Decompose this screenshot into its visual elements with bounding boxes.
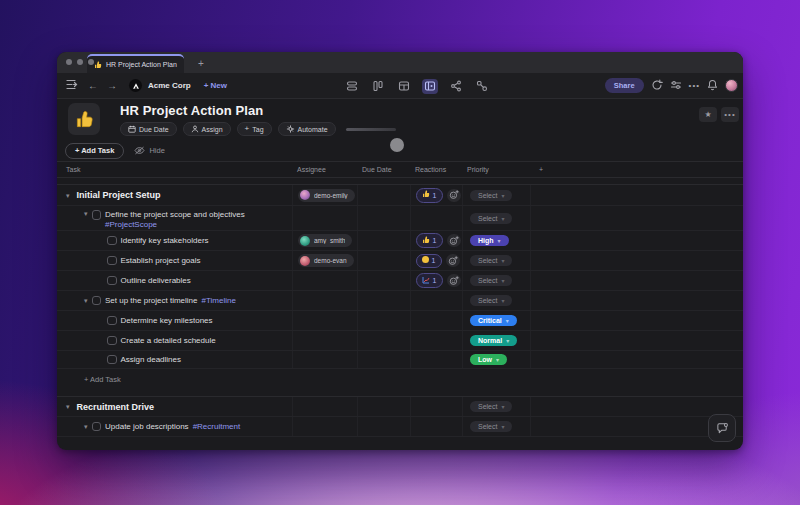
table-row[interactable]: Assign deadlinesLow▾ (57, 351, 743, 369)
task-checkbox[interactable] (107, 236, 117, 246)
workflow-icon[interactable] (474, 79, 490, 94)
task-checkbox[interactable] (107, 316, 117, 326)
page-emoji-thumbs-up-icon[interactable] (68, 103, 100, 135)
table-icon[interactable] (396, 79, 412, 94)
due-date-cell[interactable] (357, 231, 410, 250)
task-checkbox[interactable] (92, 210, 102, 220)
add-reaction-button[interactable] (447, 189, 461, 202)
share-button[interactable]: Share (605, 78, 644, 93)
priority-select[interactable]: Select▾ (470, 255, 512, 266)
reaction-chip[interactable]: 1 (416, 254, 442, 268)
new-item-button[interactable]: + New (204, 81, 227, 90)
due-date-cell[interactable] (357, 206, 410, 230)
priority-select[interactable]: Critical▾ (470, 315, 517, 326)
priority-select[interactable]: Select▾ (470, 275, 512, 286)
table-row[interactable]: ▾Update job descriptions#RecruitmentSele… (57, 417, 743, 437)
table-row[interactable]: ▾Set up the project timeline#TimelineSel… (57, 291, 743, 311)
table-row[interactable]: Identify key stakeholdersamy_smith1High▾ (57, 231, 743, 251)
table-row[interactable]: Establish project goalsdemo-evan1Select▾ (57, 251, 743, 271)
due-date-cell[interactable] (357, 311, 410, 330)
add-reaction-button[interactable] (446, 254, 460, 267)
workspace-name[interactable]: Acme Corp (148, 81, 191, 90)
group-row[interactable]: ▾Initial Project Setupdemo-emily1Select▾ (57, 184, 743, 206)
due-date-cell[interactable] (357, 351, 410, 368)
reaction-count: 1 (433, 277, 437, 284)
feedback-button[interactable] (708, 414, 736, 442)
collapse-caret-icon[interactable]: ▾ (84, 297, 88, 304)
forward-button[interactable]: → (107, 80, 117, 91)
activity-icon[interactable] (651, 79, 663, 93)
priority-select[interactable]: Select▾ (470, 421, 512, 432)
tag-button[interactable]: + Tag (237, 122, 272, 136)
due-date-cell[interactable] (357, 291, 410, 310)
priority-select[interactable]: Select▾ (470, 295, 512, 306)
workspace-logo[interactable] (129, 79, 142, 92)
group-row[interactable]: ▾Recruitment DriveSelect▾ (57, 396, 743, 417)
due-date-cell[interactable] (357, 331, 410, 350)
table-row[interactable]: ▾Define the project scope and objectives… (57, 206, 743, 231)
task-tag[interactable]: #Timeline (202, 296, 236, 305)
reaction-chip[interactable]: 1 (416, 233, 443, 248)
assignee-chip[interactable]: demo-emily (298, 189, 355, 202)
due-date-cell[interactable] (357, 417, 410, 436)
priority-select[interactable]: Normal▾ (470, 335, 517, 346)
more-icon[interactable]: ••• (689, 81, 700, 90)
collapse-caret-icon[interactable]: ▾ (66, 403, 70, 410)
due-date-cell[interactable] (357, 271, 410, 290)
priority-select[interactable]: Low▾ (470, 354, 507, 365)
assignee-chip[interactable]: demo-evan (298, 254, 354, 267)
add-reaction-button[interactable] (447, 234, 461, 247)
priority-select[interactable]: Select▾ (470, 190, 512, 201)
reaction-chip[interactable]: 1 (416, 273, 443, 288)
column-assignee[interactable]: Assignee (292, 166, 357, 173)
priority-select[interactable]: High▾ (470, 235, 509, 246)
task-tag[interactable]: #Recruitment (193, 422, 241, 431)
favorite-star-button[interactable]: ★ (699, 107, 717, 122)
add-task-button[interactable]: + Add Task (65, 143, 124, 159)
rows-icon[interactable] (344, 79, 360, 94)
due-date-cell[interactable] (357, 185, 410, 205)
table-row[interactable]: Create a detailed scheduleNormal▾ (57, 331, 743, 351)
table-row[interactable]: Determine key milestonesCritical▾ (57, 311, 743, 331)
back-button[interactable]: ← (88, 80, 98, 91)
priority-select[interactable]: Select▾ (470, 213, 512, 224)
board-icon[interactable] (422, 79, 438, 94)
hide-button[interactable]: Hide (134, 146, 164, 155)
assignee-chip[interactable]: amy_smith (298, 234, 352, 247)
window-traffic-lights[interactable] (66, 59, 94, 65)
collapse-caret-icon[interactable]: ▾ (66, 192, 70, 199)
reaction-chip[interactable]: 1 (416, 188, 443, 203)
add-column-button[interactable]: + (530, 166, 743, 173)
collapse-caret-icon[interactable]: ▾ (84, 210, 88, 217)
add-reaction-button[interactable] (447, 274, 461, 287)
sidebar-toggle-icon[interactable] (66, 79, 79, 92)
due-date-button[interactable]: Due Date (120, 122, 177, 136)
table-row[interactable]: Outline deliverables1Select▾ (57, 271, 743, 291)
automate-button[interactable]: Automate (278, 122, 336, 136)
column-reactions[interactable]: Reactions (410, 166, 462, 173)
task-checkbox[interactable] (92, 422, 102, 432)
user-avatar[interactable] (725, 79, 738, 92)
task-tag[interactable]: #ProjectScope (105, 220, 245, 229)
column-due-date[interactable]: Due Date (357, 166, 410, 173)
assign-button[interactable]: Assign (183, 122, 231, 136)
group-add-task-button[interactable]: + Add Task (57, 369, 743, 390)
task-checkbox[interactable] (107, 355, 117, 365)
due-date-cell[interactable] (357, 251, 410, 270)
bell-icon[interactable] (707, 79, 718, 93)
kanban-icon[interactable] (370, 79, 386, 94)
due-date-cell[interactable] (357, 397, 410, 416)
share-nodes-icon[interactable] (448, 79, 464, 94)
active-tab[interactable]: HR Project Action Plan (87, 54, 184, 73)
new-tab-button[interactable]: + (194, 54, 208, 73)
sliders-icon[interactable] (670, 79, 682, 93)
priority-select[interactable]: Select▾ (470, 401, 512, 412)
page-more-button[interactable]: ••• (721, 107, 739, 122)
column-task[interactable]: Task (57, 166, 292, 173)
task-checkbox[interactable] (107, 336, 117, 346)
task-checkbox[interactable] (92, 296, 102, 306)
task-checkbox[interactable] (107, 256, 117, 266)
column-priority[interactable]: Priority (462, 166, 530, 173)
task-checkbox[interactable] (107, 276, 117, 286)
collapse-caret-icon[interactable]: ▾ (84, 423, 88, 430)
